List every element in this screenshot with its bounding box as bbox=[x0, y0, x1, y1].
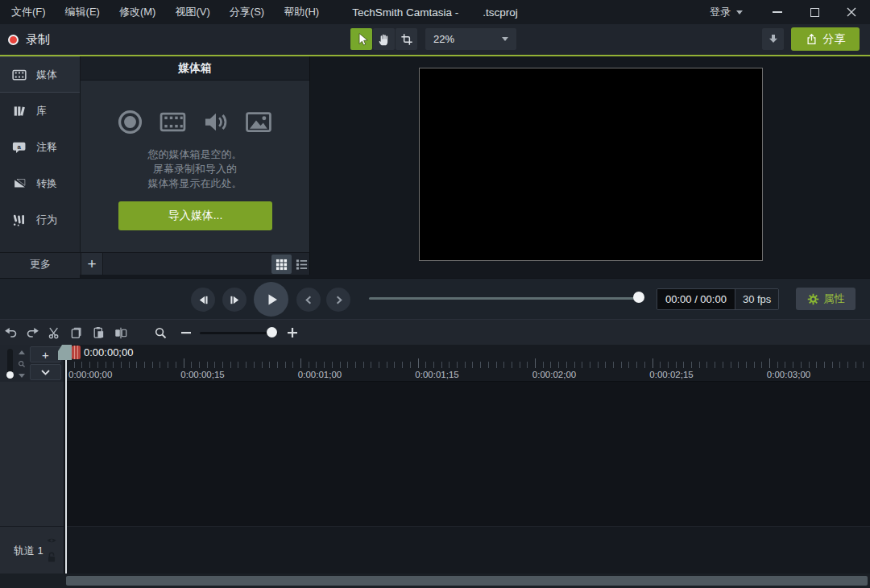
sidebar-item-annotations[interactable]: a注释 bbox=[0, 129, 80, 165]
menu-modify[interactable]: 修改(M) bbox=[119, 5, 156, 19]
cut-icon bbox=[48, 326, 61, 340]
pan-tool-button[interactable] bbox=[373, 28, 395, 50]
step-forward-button[interactable] bbox=[222, 288, 246, 312]
track-options-button[interactable] bbox=[30, 364, 61, 380]
maximize-button[interactable] bbox=[796, 0, 833, 24]
ruler-tick bbox=[340, 362, 341, 368]
crop-tool-button[interactable] bbox=[396, 28, 417, 50]
track-height-zoom-control[interactable] bbox=[16, 350, 27, 378]
sidebar-more-button[interactable]: 更多 bbox=[0, 252, 81, 275]
audio-icon bbox=[202, 109, 230, 135]
ruler-tick bbox=[660, 362, 661, 368]
split-button[interactable] bbox=[111, 323, 130, 342]
share-button[interactable]: 分享 bbox=[791, 27, 860, 51]
timeline-empty-area[interactable] bbox=[66, 382, 870, 526]
import-media-button[interactable]: 导入媒体... bbox=[118, 201, 272, 230]
playhead-line[interactable] bbox=[65, 359, 67, 574]
next-button[interactable] bbox=[326, 288, 350, 312]
track-height-slider-handle[interactable] bbox=[6, 371, 14, 379]
menu-view[interactable]: 视图(V) bbox=[175, 5, 209, 19]
playhead-marker[interactable] bbox=[72, 346, 81, 359]
signin-button[interactable]: 登录 bbox=[694, 0, 759, 24]
play-button[interactable] bbox=[254, 282, 288, 317]
sidebar-item-transitions[interactable]: 转换 bbox=[0, 165, 80, 201]
copy-button[interactable] bbox=[67, 323, 86, 342]
close-icon bbox=[847, 7, 856, 17]
ruler-tick bbox=[449, 362, 450, 368]
ruler-tick bbox=[488, 362, 489, 368]
ruler-tick bbox=[176, 362, 176, 368]
list-view-button[interactable] bbox=[292, 255, 312, 274]
ruler-tick bbox=[809, 362, 810, 368]
menu-edit[interactable]: 编辑(E) bbox=[65, 5, 100, 19]
sidebar-item-library[interactable]: 库 bbox=[0, 93, 80, 129]
timeline-scrollbar bbox=[0, 574, 870, 588]
ruler-tick bbox=[441, 362, 442, 368]
seek-slider-track[interactable] bbox=[369, 297, 640, 300]
timeline-zoom-slider-handle[interactable] bbox=[267, 327, 277, 337]
canvas-zoom-select[interactable]: 22% bbox=[425, 28, 516, 50]
sidebar-item-behaviors[interactable]: 行为 bbox=[0, 201, 80, 238]
ruler-label: 0:00:01;00 bbox=[298, 370, 342, 379]
record-button[interactable]: 录制 bbox=[8, 24, 50, 55]
undo-button[interactable] bbox=[2, 323, 21, 342]
track-visibility-toggle[interactable] bbox=[46, 536, 57, 545]
menu-share[interactable]: 分享(S) bbox=[230, 5, 264, 19]
ruler-tick bbox=[496, 362, 497, 368]
redo-icon bbox=[25, 325, 39, 340]
close-button[interactable] bbox=[833, 0, 870, 24]
ruler-tick bbox=[527, 362, 528, 368]
export-local-button[interactable] bbox=[762, 28, 784, 50]
minimize-icon bbox=[773, 11, 782, 13]
cut-button[interactable] bbox=[44, 323, 64, 342]
ruler-tick bbox=[706, 362, 707, 368]
ruler-tick bbox=[512, 362, 512, 368]
add-tool-button[interactable]: + bbox=[81, 252, 103, 275]
ruler-label: 0:00:02;00 bbox=[532, 370, 576, 379]
zoom-in-arrow-icon bbox=[19, 350, 25, 354]
sidebar-item-label: 注释 bbox=[36, 140, 57, 155]
add-track-button[interactable]: + bbox=[30, 346, 61, 362]
paste-button[interactable] bbox=[89, 323, 108, 342]
caret-down-icon bbox=[502, 37, 508, 41]
timeline-zoom-magnifier-button[interactable] bbox=[151, 323, 170, 342]
track-name[interactable]: 轨道 1 bbox=[14, 527, 44, 574]
minimize-button[interactable] bbox=[759, 0, 796, 24]
record-label: 录制 bbox=[26, 32, 50, 48]
redo-button[interactable] bbox=[23, 323, 42, 342]
track-lane[interactable] bbox=[66, 526, 870, 574]
ruler-tick bbox=[379, 362, 379, 368]
ruler-tick bbox=[683, 362, 684, 368]
ruler-tick bbox=[309, 362, 309, 368]
step-back-button[interactable] bbox=[191, 288, 215, 312]
ruler-tick bbox=[699, 362, 700, 368]
ruler-tick bbox=[292, 362, 293, 368]
grid-view-button[interactable] bbox=[271, 255, 292, 274]
playback-bar: 00:00 / 00:00 30 fps 属性 bbox=[0, 278, 870, 319]
media-bin-empty-icons bbox=[81, 109, 309, 135]
plus-icon: + bbox=[87, 256, 96, 271]
timeline-zoom-plus-button[interactable] bbox=[283, 323, 302, 342]
signin-label: 登录 bbox=[710, 5, 731, 19]
ruler-tick bbox=[457, 362, 458, 368]
ruler-tick bbox=[761, 362, 762, 368]
cursor-tool-button[interactable] bbox=[350, 28, 372, 50]
timeline-ruler[interactable]: 0:00:00;000:00:00;150:00:01;000:00:01;15… bbox=[66, 345, 870, 382]
properties-button[interactable]: 属性 bbox=[796, 288, 856, 310]
ruler-tick bbox=[238, 362, 238, 368]
time-display: 00:00 / 00:00 30 fps bbox=[657, 288, 779, 310]
camtasia-window: 文件(F)编辑(E)修改(M)视图(V)分享(S)帮助(H) TechSmith… bbox=[0, 0, 870, 588]
seek-slider-handle[interactable] bbox=[633, 292, 644, 303]
track-lock-toggle[interactable] bbox=[47, 551, 56, 563]
previous-button[interactable] bbox=[296, 288, 321, 312]
properties-label: 属性 bbox=[824, 292, 845, 306]
preview-canvas[interactable] bbox=[419, 68, 763, 261]
menu-file[interactable]: 文件(F) bbox=[11, 5, 46, 19]
timeline-zoom-minus-button[interactable] bbox=[176, 323, 196, 342]
timeline-scrollbar-thumb[interactable] bbox=[66, 576, 868, 586]
filmstrip-icon bbox=[158, 109, 188, 135]
ruler-tick bbox=[394, 362, 395, 368]
ruler-tick bbox=[480, 362, 481, 368]
menu-help[interactable]: 帮助(H) bbox=[284, 5, 319, 19]
sidebar-item-media[interactable]: 媒体 bbox=[0, 56, 80, 93]
